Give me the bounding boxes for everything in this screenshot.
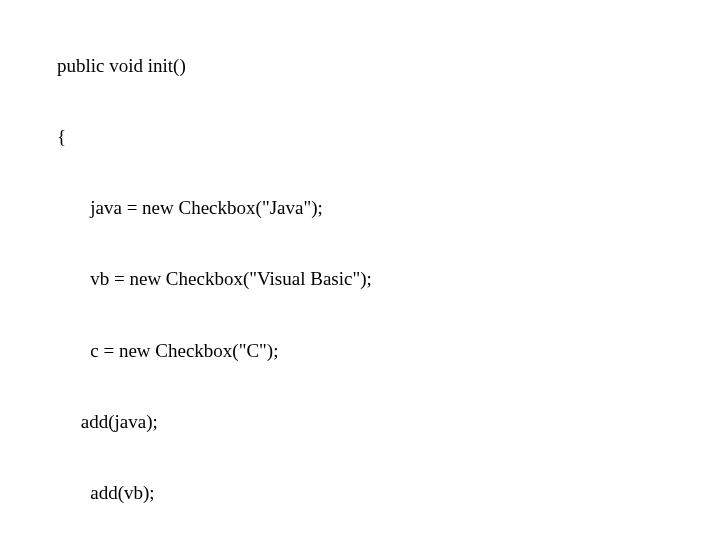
code-line: add(java); <box>0 410 720 434</box>
code-line: public void init() <box>0 54 720 78</box>
code-line: java = new Checkbox("Java"); <box>0 196 720 220</box>
code-line: vb = new Checkbox("Visual Basic"); <box>0 267 720 291</box>
code-line: add(vb); <box>0 481 720 505</box>
code-block: public void init() { java = new Checkbox… <box>0 0 720 540</box>
code-line: { <box>0 125 720 149</box>
code-line: c = new Checkbox("C"); <box>0 339 720 363</box>
